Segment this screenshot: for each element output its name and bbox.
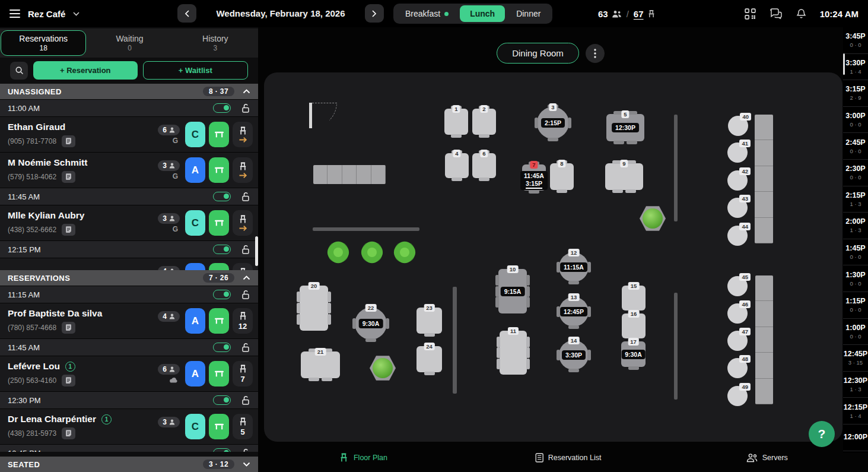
assigned-table-badge[interactable]: 12 bbox=[233, 308, 253, 334]
floor-stool-48[interactable]: 48 bbox=[727, 358, 748, 378]
unlock-icon[interactable] bbox=[241, 103, 250, 113]
meal-tab-dinner[interactable]: Dinner bbox=[506, 5, 551, 22]
reservation-row[interactable]: Ethan Giraud (905) 781-7708 6 G C bbox=[0, 116, 258, 152]
timeline-slot-2:30P[interactable]: 2:30P0 · 0 bbox=[843, 160, 868, 186]
sidebar-tab-reservations[interactable]: Reservations18 bbox=[1, 30, 86, 56]
search-button[interactable] bbox=[10, 62, 28, 80]
floor-table-8[interactable]: 8 bbox=[550, 163, 574, 190]
timeline-slot-12:00P[interactable]: 12:00P bbox=[843, 425, 868, 451]
seat-guest-button[interactable] bbox=[233, 157, 253, 183]
timeline-slot-3:45P[interactable]: 3:45P0 · 0 bbox=[843, 27, 868, 54]
guest-status-badge[interactable]: A bbox=[185, 157, 205, 183]
sidebar-tab-history[interactable]: History3 bbox=[173, 30, 257, 56]
prev-day-button[interactable] bbox=[177, 4, 196, 23]
note-button[interactable] bbox=[62, 171, 75, 183]
floor-table-17[interactable]: 179:30A bbox=[621, 341, 646, 367]
floor-table-10[interactable]: 109:15A bbox=[498, 269, 527, 313]
table-status-badge[interactable] bbox=[209, 361, 229, 387]
floor-table-14[interactable]: 143:30P bbox=[559, 340, 589, 370]
online-toggle[interactable] bbox=[213, 343, 231, 352]
online-toggle[interactable] bbox=[213, 245, 231, 254]
floor-table-7[interactable]: 711:45A3:15P bbox=[522, 164, 546, 191]
table-status-badge[interactable] bbox=[209, 263, 229, 270]
online-toggle[interactable] bbox=[213, 290, 231, 299]
table-status-badge[interactable] bbox=[209, 122, 229, 147]
table-status-badge[interactable] bbox=[209, 308, 229, 334]
guest-status-badge[interactable]: A bbox=[185, 263, 205, 270]
room-selector[interactable]: Dining Room bbox=[497, 43, 579, 64]
guest-status-badge[interactable]: C bbox=[185, 122, 205, 147]
room-menu-button[interactable] bbox=[586, 44, 605, 63]
unlock-icon[interactable] bbox=[241, 290, 250, 300]
add-reservation-button[interactable]: + Reservation bbox=[33, 61, 138, 80]
seat-guest-button[interactable] bbox=[233, 122, 253, 147]
seat-guest-button[interactable] bbox=[233, 210, 253, 236]
guest-status-badge[interactable]: C bbox=[185, 210, 205, 236]
timeline-slot-2:15P[interactable]: 2:15P1 · 3 bbox=[843, 186, 868, 213]
assigned-table-badge[interactable]: 5 bbox=[233, 414, 253, 439]
note-button[interactable] bbox=[62, 375, 75, 387]
help-button[interactable]: ? bbox=[809, 421, 835, 447]
reservation-row[interactable]: Lucie Hubért 4 A bbox=[0, 258, 258, 270]
reservation-row[interactable]: Dr Lena Charpéntier1 (438) 281-5973 3 C … bbox=[0, 408, 258, 444]
timeline-slot-3:30P[interactable]: 3:30P1 · 4 bbox=[843, 54, 868, 81]
floor-table-2[interactable]: 2 bbox=[472, 109, 496, 135]
floor-stool-43[interactable]: 43 bbox=[727, 198, 748, 218]
guest-status-badge[interactable]: A bbox=[185, 308, 205, 334]
section-header-unassigned[interactable]: UNASSIGNED8 · 37 bbox=[0, 84, 258, 99]
unlock-icon[interactable] bbox=[241, 448, 250, 452]
floor-table-6[interactable]: 6 bbox=[472, 153, 496, 178]
guest-status-badge[interactable]: C bbox=[185, 414, 205, 439]
floor-table-20[interactable]: 20 bbox=[300, 286, 328, 331]
online-toggle[interactable] bbox=[213, 103, 231, 113]
sidebar-tab-waiting[interactable]: Waiting0 bbox=[87, 30, 171, 56]
unlock-icon[interactable] bbox=[241, 343, 250, 353]
floor-table-21[interactable]: 21 bbox=[301, 351, 340, 378]
nav-floor-plan[interactable]: Floor Plan bbox=[339, 443, 387, 472]
floor-stool-41[interactable]: 41 bbox=[727, 142, 748, 163]
floor-stool-46[interactable]: 46 bbox=[727, 303, 748, 324]
floor-table-22[interactable]: 229:30A bbox=[355, 308, 387, 340]
notifications-icon[interactable] bbox=[796, 8, 806, 20]
floor-stool-44[interactable]: 44 bbox=[727, 226, 748, 246]
timeline-slot-1:00P[interactable]: 1:00P0 · 0 bbox=[843, 319, 868, 346]
online-toggle[interactable] bbox=[213, 448, 231, 452]
table-status-badge[interactable] bbox=[209, 210, 229, 236]
timeline-slot-2:00P[interactable]: 2:00P1 · 3 bbox=[843, 213, 868, 239]
meal-tab-breakfast[interactable]: Breakfast bbox=[395, 5, 459, 22]
reservation-row[interactable]: Mlle Kylian Aubry (438) 352-6662 3 G C bbox=[0, 205, 258, 240]
floor-table-11[interactable]: 11 bbox=[500, 331, 527, 375]
menu-icon[interactable] bbox=[9, 9, 20, 18]
next-day-button[interactable] bbox=[365, 4, 384, 23]
timeline-slot-1:15P[interactable]: 1:15P0 · 0 bbox=[843, 292, 868, 319]
note-button[interactable] bbox=[62, 135, 75, 147]
chevron-down-icon[interactable] bbox=[73, 12, 80, 16]
reservation-row[interactable]: Lefévre Lou1 (250) 563-4160 6 A 7 bbox=[0, 356, 258, 391]
nav-reservation-list[interactable]: Reservation List bbox=[535, 443, 602, 472]
unlock-icon[interactable] bbox=[241, 192, 250, 202]
table-status-badge[interactable] bbox=[209, 414, 229, 439]
floor-table-12[interactable]: 1211:15A bbox=[559, 252, 589, 282]
timeline-scrollbar[interactable] bbox=[843, 53, 845, 75]
online-toggle[interactable] bbox=[213, 192, 231, 201]
messages-icon[interactable] bbox=[770, 8, 783, 19]
reservation-row[interactable]: Prof Baptiste Da silva (780) 857-4668 4 … bbox=[0, 303, 258, 338]
floor-table-23[interactable]: 23 bbox=[416, 308, 442, 334]
table-status-badge[interactable] bbox=[209, 157, 229, 183]
assigned-table-badge[interactable]: 7 bbox=[233, 361, 253, 387]
timeline-slot-1:45P[interactable]: 1:45P0 · 0 bbox=[843, 239, 868, 266]
floor-table-16[interactable]: 16 bbox=[622, 313, 646, 338]
seat-guest-button[interactable] bbox=[233, 263, 253, 270]
note-button[interactable] bbox=[62, 427, 75, 439]
floor-stool-45[interactable]: 45 bbox=[727, 276, 748, 296]
floor-table-24[interactable]: 24 bbox=[416, 346, 442, 372]
timeline-slot-1:30P[interactable]: 1:30P0 · 0 bbox=[843, 265, 868, 292]
floor-table-15[interactable]: 15 bbox=[622, 286, 646, 311]
note-button[interactable] bbox=[62, 322, 75, 334]
guest-status-badge[interactable]: A bbox=[185, 361, 205, 387]
timeline-slot-3:15P[interactable]: 3:15P2 · 9 bbox=[843, 80, 868, 107]
timeline-slot-12:45P[interactable]: 12:45P3 · 15 bbox=[843, 345, 868, 372]
floor-table-3[interactable]: 32:15P bbox=[537, 107, 569, 139]
floor-table-13[interactable]: 1312:45P bbox=[559, 297, 589, 327]
venue-name[interactable]: Rez Café bbox=[28, 9, 65, 19]
